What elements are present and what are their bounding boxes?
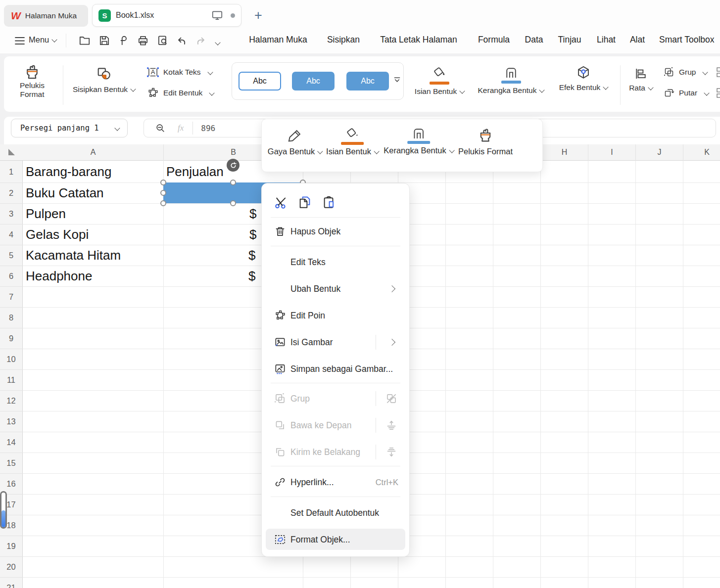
rotate-button[interactable]: Putar bbox=[663, 87, 709, 99]
paste-icon bbox=[322, 195, 336, 210]
resize-handle-mid-left[interactable] bbox=[160, 190, 166, 196]
row-number[interactable]: 11 bbox=[0, 369, 22, 390]
cell-b1[interactable]: Penjualan bbox=[166, 161, 224, 182]
shape-style-option-1[interactable]: Abc bbox=[239, 72, 281, 90]
row-number[interactable]: 19 bbox=[0, 536, 22, 556]
row-number[interactable]: 15 bbox=[0, 452, 22, 473]
menu-item-delete-object[interactable]: Hapus Objek bbox=[262, 220, 409, 243]
document-tab[interactable]: S Book1.xlsx bbox=[92, 4, 241, 27]
rotate-handle[interactable] bbox=[227, 159, 240, 172]
menu-item-group: Grup bbox=[262, 385, 409, 412]
group-button[interactable]: Grup bbox=[663, 66, 707, 78]
shape-outline-label: Kerangka Bentuk bbox=[384, 146, 446, 155]
save-as-picture-icon bbox=[274, 362, 287, 375]
floating-shape-fill-button[interactable]: Isian Bentuk bbox=[326, 126, 379, 156]
cell-a1[interactable]: Barang-barang bbox=[26, 161, 111, 182]
row-number[interactable]: 13 bbox=[0, 411, 22, 432]
align-button[interactable]: Rata bbox=[625, 66, 656, 92]
cell-a3[interactable]: Pulpen bbox=[26, 203, 66, 224]
col-header-k[interactable]: K bbox=[683, 144, 720, 161]
col-header-h[interactable]: H bbox=[540, 144, 588, 161]
set-default-autoshape-label: Set Default Autobentuk bbox=[290, 508, 379, 518]
tab-smart-toolbox[interactable]: Smart Toolbox bbox=[659, 28, 715, 51]
group-icon bbox=[663, 66, 675, 78]
row-number[interactable]: 8 bbox=[0, 307, 22, 328]
name-box[interactable]: Persegi panjang 1 bbox=[11, 119, 128, 137]
row-number[interactable]: 5 bbox=[0, 245, 22, 266]
floating-format-painter-button[interactable]: Pelukis Format bbox=[458, 127, 513, 156]
edit-shape-label: Edit Bentuk bbox=[163, 89, 202, 97]
screen-share-icon[interactable] bbox=[211, 9, 224, 22]
cell-b4-clipped[interactable]: $ bbox=[249, 224, 261, 245]
row-number[interactable]: 3 bbox=[0, 203, 22, 224]
cell-b6-clipped[interactable]: $ bbox=[248, 266, 261, 286]
new-tab-button[interactable]: + bbox=[254, 8, 262, 23]
tab-tata-letak-halaman[interactable]: Tata Letak Halaman bbox=[380, 28, 457, 51]
resize-handle-top-left[interactable] bbox=[160, 180, 166, 185]
tab-sisipkan[interactable]: Sisipkan bbox=[327, 28, 360, 51]
format-painter-button[interactable]: Pelukis Format bbox=[20, 63, 45, 99]
cut-button[interactable] bbox=[274, 195, 288, 210]
zoom-out-icon[interactable] bbox=[155, 123, 166, 134]
menu-item-save-as-picture[interactable]: Simpan sebagai Gambar... bbox=[262, 356, 409, 382]
shape-fill-button[interactable]: Isian Bentuk bbox=[411, 65, 468, 96]
row-number[interactable]: 4 bbox=[0, 224, 22, 245]
menu-item-change-shape[interactable]: Ubah Bentuk bbox=[262, 275, 409, 302]
resize-handle-bottom-left[interactable] bbox=[160, 200, 166, 206]
col-header-i[interactable]: I bbox=[588, 144, 635, 161]
row-number[interactable]: 2 bbox=[0, 182, 22, 203]
home-tab[interactable]: W Halaman Muka bbox=[4, 5, 88, 27]
copy-button[interactable] bbox=[297, 195, 312, 210]
edit-shape-button[interactable]: Edit Bentuk bbox=[146, 87, 214, 99]
row-number[interactable]: 12 bbox=[0, 390, 22, 411]
floating-shape-toolbar: Gaya Bentuk Isian Bentuk Kerangka Bentuk… bbox=[261, 119, 543, 172]
floating-shape-outline-button[interactable]: Kerangka Bentuk bbox=[384, 126, 454, 155]
tab-halaman-muka[interactable]: Halaman Muka bbox=[249, 28, 307, 51]
name-box-value: Persegi panjang 1 bbox=[20, 124, 99, 133]
resize-handle-bottom-center[interactable] bbox=[230, 200, 236, 206]
row-number[interactable]: 21 bbox=[0, 577, 22, 588]
row-number[interactable]: 20 bbox=[0, 556, 22, 577]
col-header-j[interactable]: J bbox=[635, 144, 683, 161]
shape-style-label: Gaya Bentuk bbox=[268, 147, 315, 156]
row-number[interactable]: 14 bbox=[0, 432, 22, 452]
menu-item-set-default-autoshape[interactable]: Set Default Autobentuk bbox=[262, 499, 409, 526]
menu-item-edit-text[interactable]: Edit Teks bbox=[262, 249, 409, 275]
text-box-button[interactable]: A Kotak Teks bbox=[146, 66, 212, 79]
cell-b3-clipped[interactable]: $ bbox=[249, 203, 261, 224]
tab-formula[interactable]: Formula bbox=[478, 28, 510, 51]
cell-b5-clipped[interactable]: $ bbox=[248, 245, 261, 266]
menu-item-hyperlink[interactable]: Hyperlink... Ctrl+K bbox=[262, 469, 409, 496]
cell-a2[interactable]: Buku Catatan bbox=[26, 182, 104, 203]
col-header-a[interactable]: A bbox=[23, 144, 163, 161]
tab-alat[interactable]: Alat bbox=[630, 28, 645, 51]
ribbon-divider bbox=[63, 65, 63, 105]
cell-a4[interactable]: Gelas Kopi bbox=[26, 224, 89, 245]
shape-style-option-3[interactable]: Abc bbox=[346, 72, 389, 90]
shape-outline-button[interactable]: Kerangka Bentuk bbox=[475, 65, 547, 95]
format-painter-label: Pelukis Format bbox=[458, 147, 513, 156]
tab-data[interactable]: Data bbox=[525, 28, 543, 51]
row-number[interactable]: 1 bbox=[0, 161, 22, 182]
wps-logo-icon: W bbox=[11, 10, 20, 22]
shape-style-icon bbox=[287, 127, 303, 144]
row-number[interactable]: 7 bbox=[0, 286, 22, 307]
floating-shape-style-button[interactable]: Gaya Bentuk bbox=[268, 127, 322, 156]
tab-lihat[interactable]: Lihat bbox=[597, 28, 616, 51]
resize-handle-top-center[interactable] bbox=[230, 180, 236, 185]
menu-item-picture-fill[interactable]: Isi Gambar bbox=[262, 329, 409, 356]
menu-item-edit-points[interactable]: Edit Poin bbox=[262, 302, 409, 329]
tab-tinjau[interactable]: Tinjau bbox=[558, 28, 581, 51]
format-object-icon bbox=[274, 533, 287, 546]
cell-a5[interactable]: Kacamata Hitam bbox=[26, 245, 121, 266]
cell-a6[interactable]: Headphone bbox=[26, 266, 92, 286]
shape-effects-button[interactable]: Efek Bentuk bbox=[553, 64, 614, 92]
row-number[interactable]: 6 bbox=[0, 266, 22, 286]
shape-style-option-2[interactable]: Abc bbox=[292, 72, 335, 90]
insert-shape-button[interactable]: Sisipkan Bentuk bbox=[69, 65, 139, 94]
row-number[interactable]: 10 bbox=[0, 349, 22, 369]
paste-button[interactable] bbox=[322, 195, 336, 210]
menu-item-format-object[interactable]: Format Objek... bbox=[262, 526, 409, 553]
gallery-more-button[interactable] bbox=[393, 76, 401, 84]
row-number[interactable]: 9 bbox=[0, 328, 22, 349]
